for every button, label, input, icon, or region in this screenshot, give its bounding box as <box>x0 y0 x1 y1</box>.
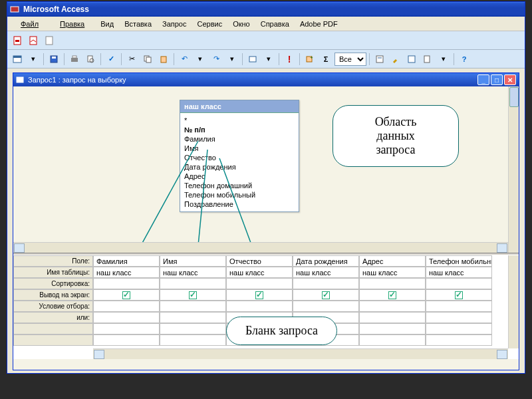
grid-cell[interactable] <box>426 334 492 346</box>
pdf-review-icon[interactable] <box>42 33 57 48</box>
minimize-button[interactable]: _ <box>477 74 489 85</box>
scroll-right-icon[interactable] <box>497 243 507 253</box>
menu-query[interactable]: Запрос <box>157 19 192 29</box>
dropdown-undo-icon[interactable]: ▾ <box>193 52 207 66</box>
grid-cell-show[interactable] <box>93 289 160 301</box>
grid-cell[interactable]: наш класс <box>160 267 226 278</box>
grid-cell[interactable] <box>359 312 426 323</box>
cut-icon[interactable]: ✂ <box>124 52 139 66</box>
maximize-button[interactable]: □ <box>491 74 503 85</box>
field-pk[interactable]: № п/п <box>184 125 295 134</box>
grid-cell[interactable]: Отчество <box>226 255 293 267</box>
show-table-icon[interactable]: + <box>303 52 317 66</box>
lower-vscroll[interactable] <box>508 255 519 348</box>
menu-file[interactable]: Файл <box>10 19 49 29</box>
totals-icon[interactable]: Σ <box>319 52 333 66</box>
close-button[interactable]: ✕ <box>504 74 516 85</box>
view-icon[interactable] <box>10 52 25 66</box>
grid-cell[interactable] <box>293 301 359 312</box>
grid-cell[interactable]: наш класс <box>226 267 293 278</box>
undo-icon[interactable]: ↶ <box>177 52 192 66</box>
dropdown-arrow-icon[interactable]: ▾ <box>26 52 41 66</box>
field-birthdate[interactable]: Дата рождения <box>184 162 295 172</box>
dropdown-new-icon[interactable]: ▾ <box>436 52 451 66</box>
grid-cell[interactable] <box>426 278 492 289</box>
lower-hscroll[interactable] <box>93 348 508 359</box>
run-icon[interactable]: ! <box>282 52 297 66</box>
upper-hscroll[interactable] <box>13 242 508 253</box>
grid-cell[interactable] <box>359 278 426 289</box>
grid-cell[interactable] <box>93 301 160 312</box>
scroll-left-icon[interactable] <box>14 243 25 253</box>
field-firstname[interactable]: Имя <box>184 144 295 153</box>
grid-cell[interactable]: наш класс <box>293 267 359 278</box>
grid-cell[interactable]: Адрес <box>359 255 426 267</box>
help-icon[interactable]: ? <box>457 52 471 66</box>
upper-vscroll[interactable] <box>508 86 519 253</box>
preview-icon[interactable] <box>83 52 98 66</box>
field-home-phone[interactable]: Телефон домашний <box>184 181 295 190</box>
menu-adobe-pdf[interactable]: Adobe PDF <box>295 19 343 29</box>
menu-help[interactable]: Справка <box>255 19 295 29</box>
dropdown-qtype-icon[interactable]: ▾ <box>261 52 276 66</box>
grid-cell[interactable] <box>426 301 492 312</box>
grid-cell[interactable]: Дата рождения <box>293 255 359 267</box>
grid-cell-show[interactable] <box>359 289 426 301</box>
grid-cell[interactable] <box>160 323 226 334</box>
field-patronymic[interactable]: Отчество <box>184 153 295 162</box>
field-address[interactable]: Адрес <box>184 172 295 181</box>
grid-cell[interactable] <box>160 278 226 289</box>
grid-cell[interactable] <box>160 301 226 312</box>
grid-cell-show[interactable] <box>426 289 492 301</box>
grid-cell-show[interactable] <box>293 289 359 301</box>
grid-cell[interactable]: наш класс <box>359 267 426 278</box>
grid-cell[interactable] <box>226 278 293 289</box>
paste-icon[interactable] <box>156 52 171 66</box>
field-star[interactable]: * <box>184 116 295 125</box>
grid-cell[interactable] <box>226 301 293 312</box>
field-greeting[interactable]: Поздравление <box>184 200 295 209</box>
grid-cell[interactable] <box>426 323 492 334</box>
grid-cell[interactable] <box>93 312 160 323</box>
pdf-icon[interactable] <box>10 33 25 48</box>
scroll-right-icon[interactable] <box>497 350 507 359</box>
grid-cell[interactable]: Телефон мобильны <box>426 255 492 267</box>
grid-cell[interactable] <box>293 278 359 289</box>
menu-window[interactable]: Окно <box>227 19 255 29</box>
copy-icon[interactable] <box>140 52 155 66</box>
dropdown-redo-icon[interactable]: ▾ <box>225 52 239 66</box>
grid-cell[interactable] <box>93 334 160 346</box>
query-type-icon[interactable] <box>245 52 260 66</box>
field-mobile-phone[interactable]: Телефон мобильный <box>184 190 295 200</box>
menu-edit[interactable]: Правка <box>49 19 95 29</box>
menu-view[interactable]: Вид <box>95 19 119 29</box>
grid-cell[interactable] <box>359 301 426 312</box>
field-lastname[interactable]: Фамилия <box>184 134 295 144</box>
grid-cell[interactable] <box>359 323 426 334</box>
grid-cell[interactable]: наш класс <box>426 267 492 278</box>
grid-cell-show[interactable] <box>226 289 293 301</box>
grid-cell-show[interactable] <box>160 289 226 301</box>
new-object-icon[interactable] <box>420 52 435 66</box>
field-list-header[interactable]: наш класс <box>180 100 299 113</box>
field-list[interactable]: наш класс * № п/п Фамилия Имя Отчество Д… <box>180 100 299 212</box>
grid-cell[interactable] <box>160 312 226 323</box>
top-values-combo[interactable]: Все <box>334 53 366 66</box>
grid-cell[interactable]: Фамилия <box>93 255 160 267</box>
grid-cell[interactable] <box>93 278 160 289</box>
save-icon[interactable] <box>47 52 61 66</box>
grid-cell[interactable] <box>426 312 492 323</box>
db-window-icon[interactable] <box>404 52 419 66</box>
redo-icon[interactable]: ↷ <box>209 52 223 66</box>
spelling-icon[interactable]: ✓ <box>104 52 118 66</box>
menu-insert[interactable]: Вставка <box>119 19 157 29</box>
builder-icon[interactable] <box>388 52 403 66</box>
tables-pane[interactable]: наш класс * № п/п Фамилия Имя Отчество Д… <box>13 86 519 253</box>
grid-cell[interactable]: Имя <box>160 255 226 267</box>
properties-icon[interactable] <box>372 52 387 66</box>
print-icon[interactable] <box>67 52 82 66</box>
grid-cell[interactable] <box>93 323 160 334</box>
menu-tools[interactable]: Сервис <box>192 19 227 29</box>
grid-cell[interactable] <box>359 334 426 346</box>
grid-cell[interactable] <box>160 334 226 346</box>
